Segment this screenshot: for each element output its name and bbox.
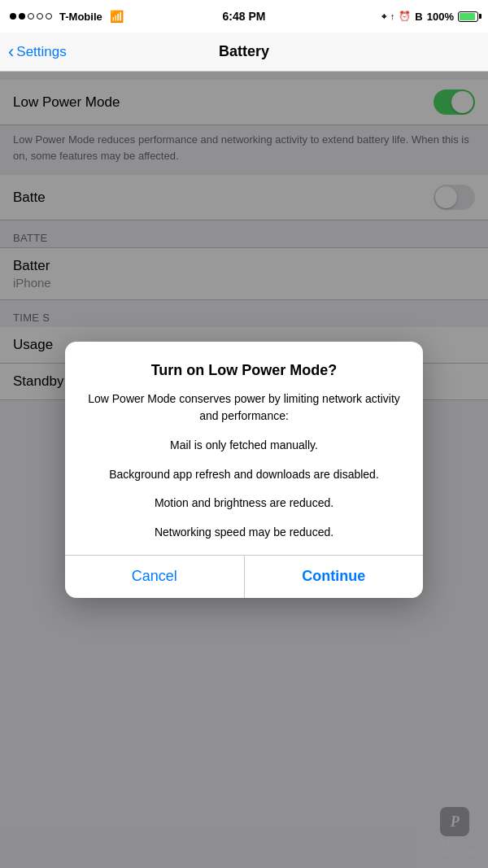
bluetooth-icon: B bbox=[415, 11, 422, 23]
continue-button[interactable]: Continue bbox=[245, 556, 424, 598]
status-left: T-Mobile 📶 bbox=[10, 10, 124, 23]
arrow-icon: ↑ bbox=[390, 11, 395, 21]
alert-message-3: Background app refresh and downloads are… bbox=[81, 466, 407, 484]
cancel-button[interactable]: Cancel bbox=[65, 556, 244, 598]
page-title: Battery bbox=[219, 43, 269, 60]
signal-dot-1 bbox=[10, 13, 16, 20]
back-button[interactable]: ‹ Settings bbox=[8, 43, 67, 61]
alert-title: Turn on Low Power Mode? bbox=[81, 361, 407, 380]
signal-dot-4 bbox=[37, 13, 43, 20]
alert-body: Turn on Low Power Mode? Low Power Mode c… bbox=[65, 342, 423, 555]
alert-message-2: Mail is only fetched manually. bbox=[81, 437, 407, 455]
alert-message-4: Motion and brightness are reduced. bbox=[81, 495, 407, 513]
settings-content: Low Power Mode Low Power Mode reduces pe… bbox=[0, 72, 488, 868]
alert-message-1: Low Power Mode conserves power by limiti… bbox=[81, 390, 407, 425]
alert-dialog: Turn on Low Power Mode? Low Power Mode c… bbox=[65, 342, 423, 598]
back-label: Settings bbox=[16, 44, 66, 60]
location-icon: ⌖ bbox=[381, 11, 386, 22]
back-chevron-icon: ‹ bbox=[8, 43, 14, 61]
signal-dot-2 bbox=[19, 13, 25, 20]
status-time: 6:48 PM bbox=[223, 10, 266, 23]
status-right: ⌖ ↑ ⏰ B 100% bbox=[381, 11, 478, 23]
alarm-icon: ⏰ bbox=[399, 11, 411, 22]
nav-bar: ‹ Settings Battery bbox=[0, 33, 488, 72]
wifi-icon: 📶 bbox=[110, 10, 124, 23]
battery-percent: 100% bbox=[427, 11, 454, 23]
carrier-label: T-Mobile bbox=[59, 11, 102, 23]
alert-message-5: Networking speed may be reduced. bbox=[81, 524, 407, 542]
signal-dot-5 bbox=[46, 13, 52, 20]
signal-dots bbox=[10, 13, 52, 20]
signal-dot-3 bbox=[28, 13, 34, 20]
battery-fill bbox=[460, 13, 475, 20]
status-bar: T-Mobile 📶 6:48 PM ⌖ ↑ ⏰ B 100% bbox=[0, 0, 488, 33]
battery-icon-container bbox=[458, 11, 478, 22]
battery-icon bbox=[458, 11, 478, 22]
alert-message: Low Power Mode conserves power by limiti… bbox=[81, 390, 407, 542]
alert-buttons: Cancel Continue bbox=[65, 556, 423, 598]
dialog-overlay: Turn on Low Power Mode? Low Power Mode c… bbox=[0, 72, 488, 868]
